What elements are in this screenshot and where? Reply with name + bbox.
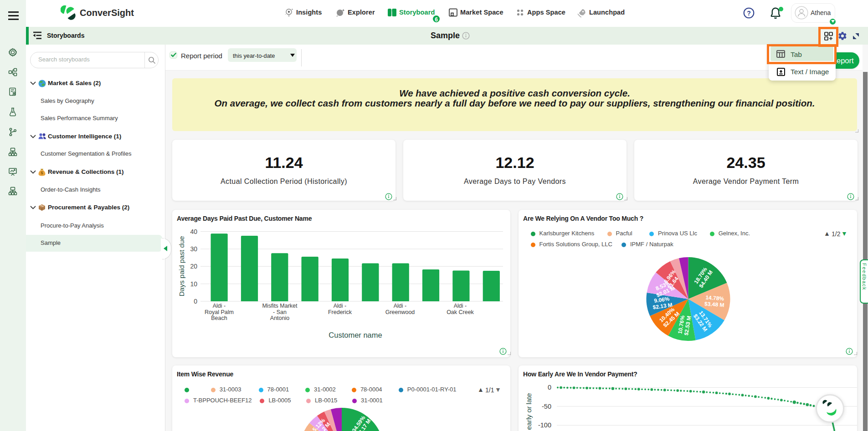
svg-text:?: ?: [747, 10, 751, 17]
svg-text:$: $: [41, 171, 43, 175]
